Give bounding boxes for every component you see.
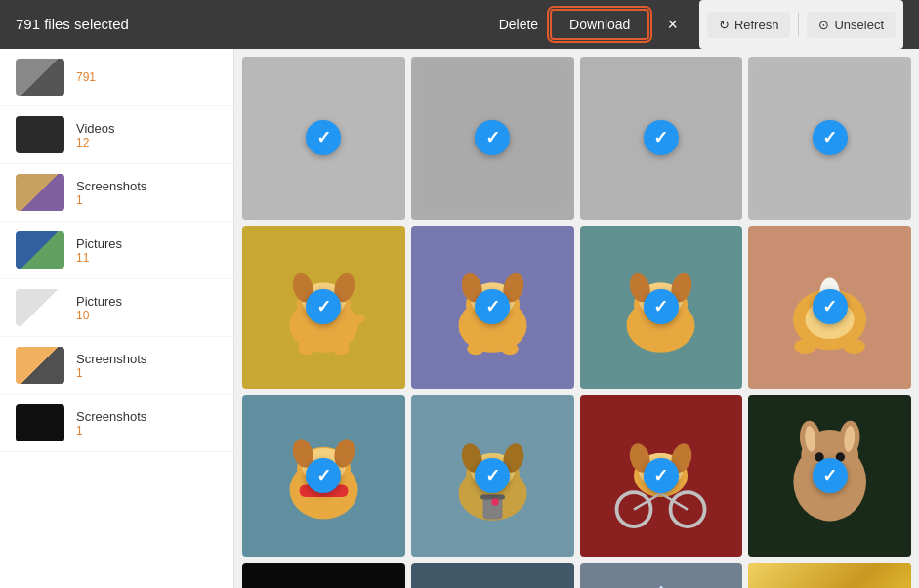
sidebar-info-all: 791 bbox=[76, 70, 218, 84]
sidebar-thumb-all bbox=[16, 59, 64, 96]
check-overlay: ✓ bbox=[475, 120, 510, 155]
toolbar-actions: Delete Download × bbox=[499, 9, 684, 40]
svg-point-19 bbox=[467, 342, 484, 355]
separator bbox=[798, 13, 799, 36]
sidebar-count-pictures10: 10 bbox=[76, 309, 218, 322]
sidebar-item-screenshots2[interactable]: Screenshots 1 bbox=[0, 337, 233, 395]
gold-illustration: 100% FINE GOLD bbox=[748, 563, 911, 588]
svg-line-62 bbox=[661, 494, 689, 510]
sidebar-thumb-pictures10 bbox=[16, 289, 64, 326]
grid-item[interactable]: ✓ bbox=[242, 57, 405, 220]
svg-point-10 bbox=[332, 342, 350, 355]
download-button[interactable]: Download bbox=[550, 9, 649, 40]
sidebar-item-videos[interactable]: Videos 12 bbox=[0, 106, 233, 164]
grid-item-corgi-teal[interactable]: ✓ bbox=[580, 226, 743, 389]
sidebar-thumb-pictures11 bbox=[16, 231, 64, 269]
sidebar-thumb-screenshots1 bbox=[16, 174, 64, 211]
fists-illustration bbox=[250, 571, 397, 588]
main-area: 791 Videos 12 Screenshots 1 Pictures 11 bbox=[0, 49, 919, 588]
image-grid: ✓ ✓ ✓ ✓ bbox=[242, 57, 911, 588]
check-overlay: ✓ bbox=[475, 458, 510, 493]
toolbar-right: ↻ Refresh ⊙ Unselect bbox=[699, 0, 903, 49]
sidebar-count-screenshots1: 1 bbox=[76, 193, 218, 207]
grid-item-corgi-purple[interactable]: ✓ bbox=[411, 226, 574, 389]
sidebar-count-all: 791 bbox=[76, 70, 218, 84]
svg-point-60 bbox=[671, 492, 705, 526]
grid-item-feather[interactable]: ✓ bbox=[580, 563, 743, 588]
grid-item-corgi-teal2[interactable]: ✓ bbox=[242, 395, 405, 558]
sidebar-info-screenshots3: Screenshots 1 bbox=[76, 409, 218, 438]
svg-point-32 bbox=[794, 339, 816, 354]
grid-item-corgi-crimson[interactable]: ✓ bbox=[580, 395, 743, 558]
grid-item[interactable]: ✓ bbox=[748, 57, 911, 220]
sidebar-title-screenshots3: Screenshots bbox=[76, 409, 218, 424]
svg-line-61 bbox=[634, 494, 661, 510]
check-overlay: ✓ bbox=[306, 120, 341, 155]
grid-item-corgi-yellow[interactable]: ✓ bbox=[242, 226, 405, 389]
check-overlay: ✓ bbox=[306, 458, 341, 493]
unselect-button[interactable]: ⊙ Unselect bbox=[807, 12, 896, 38]
sidebar-item-pictures10[interactable]: Pictures 10 bbox=[0, 279, 233, 337]
sidebar-item-screenshots3[interactable]: Screenshots 1 bbox=[0, 395, 233, 452]
svg-rect-83 bbox=[748, 563, 911, 588]
svg-point-20 bbox=[501, 342, 519, 355]
sidebar-item-pictures11[interactable]: Pictures 11 bbox=[0, 222, 233, 279]
toolbar: 791 files selected Delete Download × ↻ R… bbox=[0, 0, 919, 49]
svg-point-33 bbox=[843, 339, 865, 354]
unselect-icon: ⊙ bbox=[818, 18, 829, 32]
sidebar-item-screenshots1[interactable]: Screenshots 1 bbox=[0, 164, 233, 222]
sidebar-info-videos: Videos 12 bbox=[76, 121, 218, 149]
grid-item-real-dog-dark[interactable]: ✓ bbox=[748, 395, 911, 558]
files-selected-label: 791 files selected bbox=[16, 16, 129, 32]
grid-item-fists[interactable]: ✓ bbox=[242, 563, 405, 588]
check-overlay: ✓ bbox=[306, 289, 341, 324]
sidebar-title-videos: Videos bbox=[76, 121, 218, 136]
grid-item-gold[interactable]: 100% FINE GOLD ✓ bbox=[748, 563, 911, 588]
grid-area: ✓ ✓ ✓ ✓ bbox=[234, 49, 919, 588]
delete-button[interactable]: Delete bbox=[499, 17, 538, 32]
feather-illustration bbox=[588, 571, 734, 588]
sidebar-title-pictures10: Pictures bbox=[76, 294, 218, 309]
svg-point-9 bbox=[298, 342, 315, 355]
grid-item-corgi-salmon[interactable]: ✓ bbox=[748, 226, 911, 389]
svg-point-59 bbox=[617, 492, 651, 526]
sidebar-thumb-screenshots2 bbox=[16, 347, 64, 384]
check-overlay: ✓ bbox=[813, 120, 848, 155]
sidebar-info-pictures10: Pictures 10 bbox=[76, 294, 218, 322]
grid-item-corgi-gray[interactable]: ✓ bbox=[411, 395, 574, 558]
svg-rect-51 bbox=[480, 495, 505, 500]
grid-item[interactable]: ✓ bbox=[580, 57, 743, 220]
grid-item-ice[interactable]: ✓ bbox=[411, 563, 574, 588]
svg-point-52 bbox=[491, 499, 499, 507]
unselect-label: Unselect bbox=[834, 18, 884, 32]
sidebar-thumb-screenshots3 bbox=[16, 404, 64, 441]
sidebar-count-screenshots3: 1 bbox=[76, 424, 218, 438]
check-overlay: ✓ bbox=[644, 289, 679, 324]
sidebar-count-pictures11: 11 bbox=[76, 251, 218, 265]
ice-illustration bbox=[419, 571, 565, 588]
sidebar-info-pictures11: Pictures 11 bbox=[76, 236, 218, 265]
sidebar-title-screenshots2: Screenshots bbox=[76, 352, 218, 366]
grid-item[interactable]: ✓ bbox=[411, 57, 574, 220]
check-overlay: ✓ bbox=[475, 289, 510, 324]
check-overlay: ✓ bbox=[813, 289, 848, 324]
refresh-icon: ↻ bbox=[719, 18, 730, 32]
sidebar-count-screenshots2: 1 bbox=[76, 366, 218, 380]
close-button[interactable]: × bbox=[661, 11, 684, 39]
sidebar: 791 Videos 12 Screenshots 1 Pictures 11 bbox=[0, 49, 234, 588]
sidebar-thumb-videos bbox=[16, 116, 64, 153]
check-overlay: ✓ bbox=[644, 458, 679, 493]
sidebar-count-videos: 12 bbox=[76, 136, 218, 149]
sidebar-item-all[interactable]: 791 bbox=[0, 49, 233, 106]
check-overlay: ✓ bbox=[644, 120, 679, 155]
sidebar-info-screenshots2: Screenshots 1 bbox=[76, 352, 218, 380]
check-overlay: ✓ bbox=[813, 458, 848, 493]
sidebar-title-screenshots1: Screenshots bbox=[76, 179, 218, 193]
sidebar-title-pictures11: Pictures bbox=[76, 236, 218, 251]
refresh-label: Refresh bbox=[734, 18, 779, 32]
refresh-button[interactable]: ↻ Refresh bbox=[707, 12, 791, 38]
toolbar-left: 791 files selected bbox=[16, 16, 483, 33]
sidebar-info-screenshots1: Screenshots 1 bbox=[76, 179, 218, 207]
